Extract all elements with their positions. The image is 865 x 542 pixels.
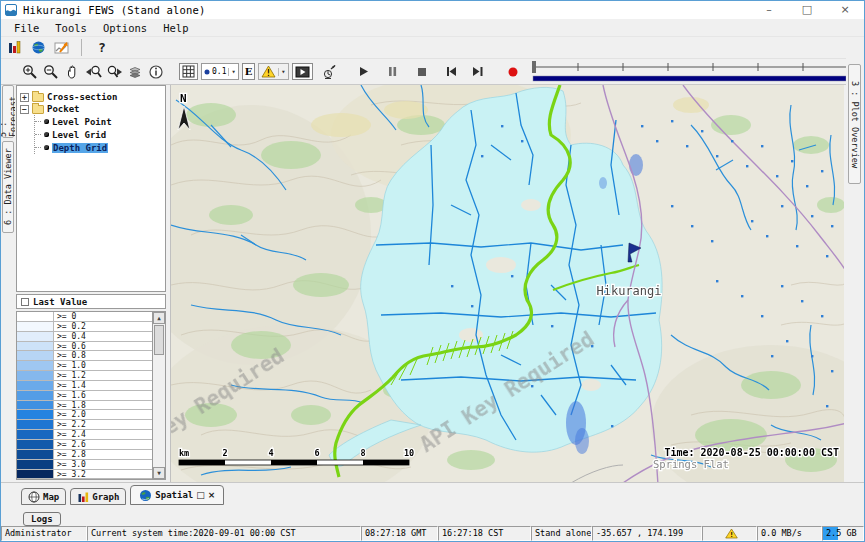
tree-item-depth-grid[interactable]: Depth Grid bbox=[35, 141, 163, 154]
menu-help[interactable]: Help bbox=[156, 21, 195, 35]
map-canvas[interactable]: API Key Required API Key Required Hikura… bbox=[171, 85, 844, 482]
chevron-down-icon: ▾ bbox=[278, 68, 285, 76]
warning-threshold-dropdown[interactable]: ! ▾ bbox=[258, 63, 288, 80]
tab-plot-overview[interactable]: 3 : Plot Overview bbox=[848, 64, 861, 184]
legend-row-label: >= 3.2 bbox=[54, 470, 152, 479]
step-last-button[interactable] bbox=[469, 62, 487, 82]
close-button[interactable]: × bbox=[826, 1, 864, 19]
map-time-label: Time: 2020-08-25 00:00:00 CST bbox=[664, 447, 839, 458]
status-system-time: Current system time:2020-09-01 00:00 CST bbox=[87, 526, 361, 541]
status-transfer-rate: 0.0 MB/s bbox=[757, 526, 822, 541]
layer-tree: + Cross-section − Pocket Level Point Lev… bbox=[16, 85, 166, 292]
minimize-button[interactable]: – bbox=[750, 1, 788, 19]
legend-row-label: >= 3.0 bbox=[54, 460, 152, 469]
tab-data-viewer[interactable]: 6 : Data Viewer bbox=[2, 141, 14, 233]
globe-icon[interactable] bbox=[29, 38, 47, 58]
app-window: Hikurangi FEWS (Stand alone) – □ × File … bbox=[0, 0, 865, 542]
profile-chart-icon[interactable] bbox=[53, 38, 71, 58]
legend-row-label: >= 2.0 bbox=[54, 410, 152, 419]
tree-label: Cross-section bbox=[47, 92, 117, 102]
legend-color-swatch bbox=[17, 351, 54, 360]
tree-item-level-point[interactable]: Level Point bbox=[35, 115, 163, 128]
scroll-up-icon[interactable]: ▲ bbox=[153, 312, 165, 324]
tab-graph[interactable]: Graph bbox=[70, 488, 126, 505]
maximize-button[interactable]: □ bbox=[788, 1, 826, 19]
tab-spatial[interactable]: Spatial □ × bbox=[130, 485, 224, 505]
wire-globe-icon bbox=[28, 491, 40, 503]
legend-row: >= 2.0 bbox=[17, 410, 152, 420]
timeline-slider[interactable] bbox=[531, 61, 849, 83]
spatial-globe-icon bbox=[139, 489, 152, 502]
info-icon[interactable] bbox=[147, 62, 165, 82]
legend-row-label: >= 1.2 bbox=[54, 371, 152, 380]
explorer-icon[interactable] bbox=[5, 38, 23, 58]
legend-row: >= 2.2 bbox=[17, 420, 152, 430]
app-logo-icon bbox=[5, 4, 17, 16]
tree-item-level-grid[interactable]: Level Grid bbox=[35, 128, 163, 141]
animation-player-button[interactable] bbox=[292, 63, 313, 80]
legend-row: >= 2.8 bbox=[17, 450, 152, 460]
contour-interval-dropdown[interactable]: 0.1 ▾ bbox=[201, 63, 239, 80]
svg-text:10: 10 bbox=[404, 448, 414, 458]
tab-forecast[interactable]: 5 : Forecast bbox=[2, 85, 14, 138]
legend-row: >= 1.4 bbox=[17, 381, 152, 391]
bullet-icon bbox=[44, 119, 49, 124]
scroll-down-icon[interactable]: ▼ bbox=[153, 467, 165, 479]
tab-map[interactable]: Map bbox=[21, 488, 66, 505]
legend-row: >= 0.2 bbox=[17, 322, 152, 332]
collapse-icon[interactable]: − bbox=[20, 105, 29, 114]
help-button[interactable]: ? bbox=[92, 40, 112, 55]
grid-display-icon[interactable] bbox=[179, 63, 198, 80]
legend-row-label: >= 1.6 bbox=[54, 391, 152, 400]
legend-toggle-button[interactable]: E bbox=[242, 63, 256, 80]
legend-row: >= 1.2 bbox=[17, 371, 152, 381]
folder-icon bbox=[32, 105, 44, 114]
menu-tools[interactable]: Tools bbox=[48, 21, 94, 35]
zoom-in-icon[interactable] bbox=[21, 62, 39, 82]
svg-text:4: 4 bbox=[268, 448, 273, 458]
timeline-ruler[interactable] bbox=[531, 61, 849, 83]
legend-row-label: >= 0.2 bbox=[54, 322, 152, 331]
tree-item-pocket[interactable]: − Pocket bbox=[19, 103, 163, 115]
legend-row-label: >= 1.0 bbox=[54, 361, 152, 370]
record-button[interactable] bbox=[504, 62, 522, 82]
timeline-thumb[interactable] bbox=[532, 61, 536, 73]
tab-close-icon[interactable]: × bbox=[208, 490, 216, 500]
zoom-previous-icon[interactable] bbox=[84, 62, 102, 82]
last-value-checkbox[interactable] bbox=[21, 298, 29, 306]
legend-row-label: >= 0.8 bbox=[54, 351, 152, 360]
legend-scrollbar[interactable]: ▲ ▼ bbox=[152, 312, 165, 479]
expand-icon[interactable]: + bbox=[20, 93, 29, 102]
menubar: File Tools Options Help bbox=[1, 19, 864, 37]
pan-hand-icon[interactable] bbox=[63, 62, 81, 82]
tree-item-cross-section[interactable]: + Cross-section bbox=[19, 91, 163, 103]
zoom-next-icon[interactable] bbox=[105, 62, 123, 82]
logs-button[interactable]: Logs bbox=[23, 512, 61, 526]
menu-options[interactable]: Options bbox=[96, 21, 154, 35]
pause-button[interactable] bbox=[384, 62, 402, 82]
bottom-tab-bar: Map Graph Spatial □ × bbox=[1, 482, 864, 526]
legend-row: >= 1.8 bbox=[17, 401, 152, 411]
legend-color-swatch bbox=[17, 381, 54, 390]
right-dock-strip: 3 : Plot Overview bbox=[846, 58, 864, 482]
status-warning[interactable]: ! bbox=[702, 526, 757, 541]
tab-maximize-icon[interactable]: □ bbox=[196, 490, 205, 500]
legend-row-label: >= 2.8 bbox=[54, 450, 152, 459]
map-view: API Key Required API Key Required Hikura… bbox=[170, 85, 844, 482]
play-button[interactable] bbox=[355, 62, 373, 82]
tree-label-selected: Depth Grid bbox=[52, 143, 108, 153]
status-mode: Stand alone bbox=[531, 526, 592, 541]
window-title: Hikurangi FEWS (Stand alone) bbox=[23, 4, 206, 16]
step-first-button[interactable] bbox=[442, 62, 460, 82]
timeline-span-bar bbox=[533, 76, 846, 81]
chevron-down-icon: ▾ bbox=[228, 68, 235, 76]
menu-file[interactable]: File bbox=[7, 21, 46, 35]
status-gmt-time: 08:27:18 GMT bbox=[361, 526, 438, 541]
zoom-out-icon[interactable] bbox=[42, 62, 60, 82]
scroll-thumb[interactable] bbox=[154, 325, 164, 355]
stop-button[interactable] bbox=[413, 62, 431, 82]
layers-icon[interactable] bbox=[126, 62, 144, 82]
station-tool-icon[interactable] bbox=[320, 62, 338, 82]
legend-color-swatch bbox=[17, 332, 54, 341]
dot-icon bbox=[204, 69, 210, 75]
